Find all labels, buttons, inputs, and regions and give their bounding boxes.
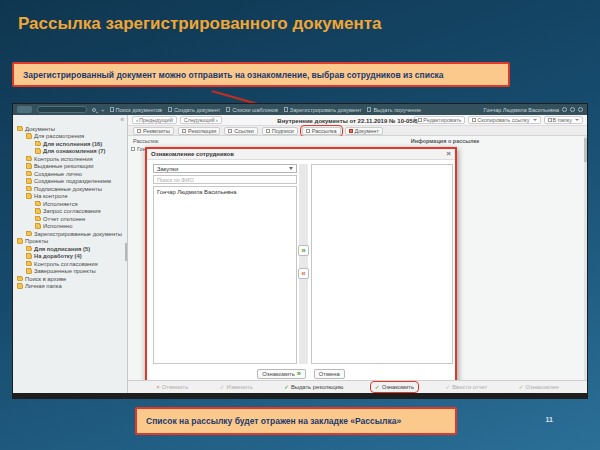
document-tab[interactable]: Подписи <box>262 127 298 135</box>
cancel-button[interactable]: Отмена <box>314 369 345 379</box>
topbar-menu-item[interactable]: Поиск документов <box>110 107 163 113</box>
sidebar-item[interactable]: Личная папка <box>13 283 127 291</box>
sidebar-item[interactable]: Созданные лично <box>13 170 127 178</box>
callout-top: Зарегистрированный документ можно отправ… <box>12 62 510 87</box>
tab-icon <box>349 129 353 133</box>
checkbox-icon[interactable] <box>131 147 135 151</box>
toolbar-button[interactable]: Ознакомлен <box>515 383 561 391</box>
content-scrollbar[interactable] <box>584 136 587 380</box>
dialog-footer: Ознакомить Отмена <box>147 369 455 379</box>
scrollbar-thumb[interactable] <box>584 138 587 162</box>
toolbar-button[interactable]: Ознакомить <box>372 383 417 391</box>
document-tab[interactable]: Документ <box>345 127 383 135</box>
sidebar-item[interactable]: Исполнено <box>13 223 127 231</box>
toolbar-button[interactable]: Выдать резолюцию <box>281 383 346 391</box>
toolbar-button[interactable]: Ввести отчет <box>442 383 490 391</box>
sidebar-item[interactable]: На контроле <box>13 193 127 201</box>
folder-icon <box>17 284 23 289</box>
topbar-menu: Поиск документов Создать документ Списки… <box>110 107 422 113</box>
sidebar-item-label: На доработку (4) <box>34 253 82 259</box>
next-document-button[interactable]: Следующий <box>180 116 222 124</box>
sidebar-item[interactable]: Выданные резолюции <box>13 163 127 171</box>
topbar-menu-item[interactable]: Списки шаблонов <box>226 107 278 113</box>
search-icon[interactable] <box>92 108 96 112</box>
folder-icon <box>17 239 23 244</box>
transfer-right-icon[interactable] <box>298 245 309 256</box>
check-icon <box>375 384 380 390</box>
close-icon[interactable] <box>446 150 451 158</box>
navbar-action-button[interactable]: Скопировать ссылку <box>468 116 540 124</box>
folder-icon <box>26 232 32 237</box>
sidebar-item-label: Проекты <box>25 238 48 244</box>
sidebar-scrollbar[interactable] <box>125 243 127 261</box>
folder-icon <box>26 269 32 274</box>
sidebar-item[interactable]: Контроль исполнения <box>13 155 127 163</box>
sidebar-item[interactable]: Завершенные проекты <box>13 268 127 276</box>
collapse-sidebar-icon[interactable] <box>120 116 124 123</box>
navbar-action-button[interactable]: В папку <box>544 116 583 124</box>
prev-document-button[interactable]: Предыдущий <box>132 116 177 124</box>
folder-icon <box>35 202 41 207</box>
document-tab[interactable]: Ссылки <box>224 127 257 135</box>
sidebar-item[interactable]: Исполняется <box>13 200 127 208</box>
sidebar-item[interactable]: Проекты <box>13 238 127 246</box>
topbar-menu-item[interactable]: Создать документ <box>168 107 220 113</box>
sidebar-item[interactable]: Для исполнения (16) <box>13 140 127 148</box>
toolbar-button[interactable]: Отменить <box>153 383 191 391</box>
employee-search-input[interactable] <box>153 175 297 184</box>
help-icon[interactable] <box>570 107 575 112</box>
topbar-menu-item[interactable]: Выдать поручение <box>367 107 421 113</box>
sidebar-item[interactable]: Созданные подразделением <box>13 178 127 186</box>
sidebar-item[interactable]: На доработку (4) <box>13 253 127 261</box>
sidebar-item[interactable]: Зарегистрированные документы <box>13 230 127 238</box>
document-tab[interactable]: Резолюции <box>178 127 220 135</box>
employee-list-item[interactable]: Гончар Людмила Васильевна <box>154 187 296 197</box>
document-icon <box>284 107 288 112</box>
sidebar-item-label: Для исполнения (16) <box>43 141 102 147</box>
sidebar-item[interactable]: Отчет отклонен <box>13 215 127 223</box>
sidebar-item[interactable]: Документы <box>13 125 127 133</box>
sidebar-item[interactable]: Подписанные документы <box>13 185 127 193</box>
chevron-left-icon <box>136 117 138 123</box>
sidebar-item[interactable]: Поиск в архиве <box>13 275 127 283</box>
employee-list: Гончар Людмила Васильевна <box>153 186 297 364</box>
document-icon <box>226 107 230 112</box>
gear-icon[interactable] <box>562 107 567 112</box>
transfer-left-icon[interactable] <box>298 268 309 279</box>
sidebar-item[interactable]: Для ознакомления (7) <box>13 148 127 156</box>
go-arrow-icon <box>297 370 301 378</box>
folder-icon <box>35 149 41 154</box>
sidebar-item[interactable]: Запрос согласования <box>13 208 127 216</box>
page-number: 11 <box>546 416 553 423</box>
acquaint-submit-button[interactable]: Ознакомить <box>257 369 306 379</box>
topbar-menu-item[interactable]: Зарегистрировать документ <box>284 107 362 113</box>
logout-icon[interactable] <box>578 107 583 112</box>
tab-icon <box>182 129 186 133</box>
folder-icon <box>26 254 32 259</box>
document-icon <box>168 107 172 112</box>
dialog-title: Ознакомление сотрудников <box>151 151 234 157</box>
folder-icon <box>26 262 32 267</box>
sidebar-item-label: Личная папка <box>25 283 62 289</box>
sidebar-item-label: Для подписания (5) <box>34 246 90 252</box>
department-select[interactable]: Закупки <box>153 164 297 173</box>
document-tab[interactable]: Реквизиты <box>133 127 174 135</box>
sidebar-item[interactable]: Для подписания (5) <box>13 245 127 253</box>
sidebar-item[interactable]: Для рассмотрения <box>13 133 127 141</box>
app-logo <box>17 106 32 113</box>
slide: Рассылка зарегистрированного документа З… <box>0 0 600 450</box>
document-icon <box>367 107 371 112</box>
user-name[interactable]: Гончар Людмила Васильевна <box>484 107 559 113</box>
document-tabs: Реквизиты Резолюции Ссылки Подписи <box>128 126 587 136</box>
tab-icon <box>137 129 141 133</box>
folder-icon <box>26 247 32 252</box>
plus-icon[interactable]: + <box>101 107 105 113</box>
global-search-input[interactable] <box>37 106 87 113</box>
sidebar-item-label: Исполнено <box>43 223 73 229</box>
sidebar-item-label: Контроль согласования <box>34 261 98 267</box>
document-tab[interactable]: Рассылка <box>302 127 341 135</box>
toolbar-button[interactable]: Изменить <box>216 383 255 391</box>
sidebar-item[interactable]: Контроль согласования <box>13 260 127 268</box>
check-icon <box>156 384 160 390</box>
sidebar-item-label: Выданные резолюции <box>34 163 94 169</box>
